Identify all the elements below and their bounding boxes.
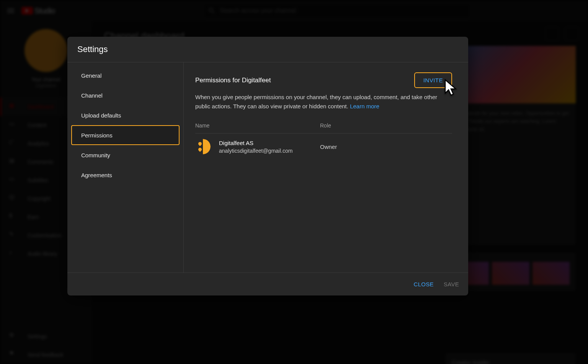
user-role: Owner: [320, 144, 337, 150]
dialog-footer: CLOSE SAVE: [67, 273, 468, 295]
permissions-row: Digitalfeet AS analyticsdigitalfeet@gmai…: [195, 134, 452, 160]
settings-nav-channel[interactable]: Channel: [71, 85, 180, 105]
settings-nav-general[interactable]: General: [71, 65, 180, 85]
learn-more-link[interactable]: Learn more: [350, 103, 379, 109]
settings-nav-community[interactable]: Community: [71, 145, 180, 165]
settings-nav-upload-defaults[interactable]: Upload defaults: [71, 105, 180, 125]
column-name: Name: [195, 122, 320, 129]
permissions-title: Permissions for Digitalfeet: [195, 77, 271, 84]
settings-dialog: Settings General Channel Upload defaults…: [67, 37, 468, 295]
dialog-title: Settings: [77, 44, 108, 54]
close-button[interactable]: CLOSE: [414, 281, 434, 287]
settings-content: Permissions for Digitalfeet INVITE When …: [184, 62, 468, 273]
user-name: Digitalfeet AS: [219, 140, 320, 146]
column-role: Role: [320, 122, 452, 129]
permissions-table-header: Name Role: [195, 122, 452, 134]
user-email: analyticsdigitalfeet@gmail.com: [219, 148, 320, 154]
user-avatar: [195, 139, 211, 154]
settings-nav: General Channel Upload defaults Permissi…: [67, 62, 184, 273]
settings-nav-permissions[interactable]: Permissions: [71, 125, 180, 145]
save-button: SAVE: [444, 281, 459, 287]
settings-nav-agreements[interactable]: Agreements: [71, 165, 180, 185]
permissions-description: When you give people permissions on your…: [195, 93, 440, 111]
invite-button[interactable]: INVITE: [414, 72, 452, 88]
dialog-header: Settings: [67, 37, 468, 62]
